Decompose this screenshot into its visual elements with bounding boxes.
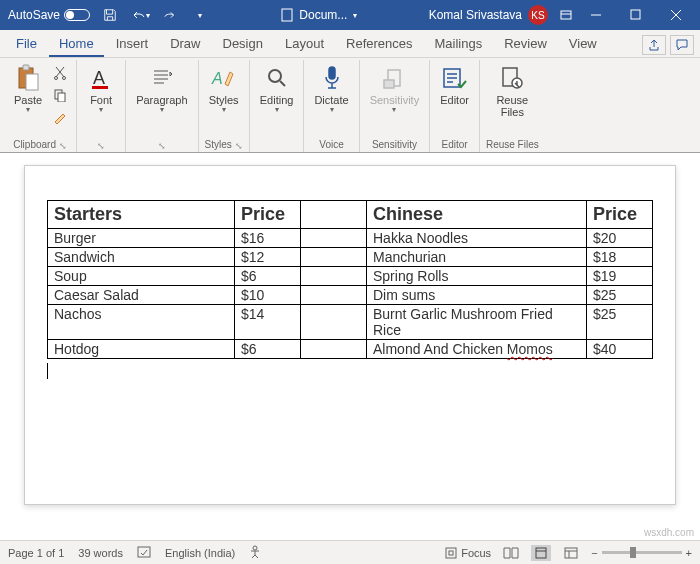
- styles-button[interactable]: A Styles▾: [205, 62, 243, 117]
- paragraph-button[interactable]: Paragraph▾: [132, 62, 191, 117]
- dialog-launcher-icon[interactable]: ⤡: [235, 141, 243, 151]
- watermark: wsxdh.com: [644, 527, 694, 538]
- document-title[interactable]: Docum... ▾: [210, 8, 429, 22]
- proofing-icon[interactable]: [137, 545, 151, 561]
- header-price-1[interactable]: Price: [235, 201, 301, 229]
- text-cursor: [47, 363, 48, 379]
- chevron-down-icon: ▾: [392, 106, 396, 115]
- editing-button[interactable]: Editing▾: [256, 62, 298, 117]
- print-layout-icon[interactable]: [531, 545, 551, 561]
- table-row: Caesar Salad$10Dim sums$25: [48, 286, 653, 305]
- table-row: Nachos$14Burnt Garlic Mushroom Fried Ric…: [48, 305, 653, 340]
- dialog-launcher-icon[interactable]: ⤡: [158, 141, 166, 151]
- dialog-launcher-icon[interactable]: ⤡: [59, 141, 67, 151]
- undo-icon[interactable]: ▾: [130, 5, 150, 25]
- share-button[interactable]: [642, 35, 666, 55]
- dictate-button[interactable]: Dictate▾: [310, 62, 352, 117]
- svg-point-6: [55, 77, 58, 80]
- comments-button[interactable]: [670, 35, 694, 55]
- reuse-files-icon: [498, 64, 526, 92]
- tab-layout[interactable]: Layout: [275, 32, 334, 57]
- chevron-down-icon: ▾: [353, 11, 357, 20]
- group-clipboard: Paste▾ Clipboard ⤡: [4, 60, 77, 152]
- tab-mailings[interactable]: Mailings: [425, 32, 493, 57]
- table-row: Burger$16Hakka Noodles$20: [48, 229, 653, 248]
- tab-references[interactable]: References: [336, 32, 422, 57]
- save-icon[interactable]: [100, 5, 120, 25]
- svg-rect-14: [329, 67, 335, 79]
- font-icon: A: [87, 64, 115, 92]
- tab-file[interactable]: File: [6, 32, 47, 57]
- group-sensitivity: Sensitivity▾ Sensitivity: [360, 60, 431, 152]
- zoom-in-icon[interactable]: +: [686, 547, 692, 559]
- page[interactable]: Starters Price Chinese Price Burger$16Ha…: [24, 165, 676, 505]
- tab-view[interactable]: View: [559, 32, 607, 57]
- group-font: A Font▾ ⤡: [77, 60, 126, 152]
- group-label: Voice: [319, 139, 343, 150]
- font-button[interactable]: A Font▾: [83, 62, 119, 117]
- accessibility-icon[interactable]: [249, 545, 261, 561]
- zoom-out-icon[interactable]: −: [591, 547, 597, 559]
- document-area[interactable]: Starters Price Chinese Price Burger$16Ha…: [0, 153, 700, 540]
- header-price-2[interactable]: Price: [587, 201, 653, 229]
- svg-rect-5: [26, 74, 38, 90]
- group-editor: Editor Editor: [430, 60, 480, 152]
- header-chinese[interactable]: Chinese: [367, 201, 587, 229]
- svg-rect-20: [138, 547, 150, 557]
- svg-point-21: [253, 546, 257, 550]
- svg-rect-16: [384, 80, 394, 88]
- cell-momos[interactable]: Almond And Chicken Momos: [367, 340, 587, 359]
- chevron-down-icon: ▾: [26, 106, 30, 115]
- tab-design[interactable]: Design: [213, 32, 273, 57]
- svg-rect-0: [282, 9, 292, 21]
- tab-draw[interactable]: Draw: [160, 32, 210, 57]
- word-count[interactable]: 39 words: [78, 547, 123, 559]
- svg-rect-2: [631, 10, 640, 19]
- dialog-launcher-icon[interactable]: ⤡: [97, 141, 105, 151]
- paste-button[interactable]: Paste▾: [10, 62, 46, 117]
- group-label: Reuse Files: [486, 139, 539, 150]
- cut-icon[interactable]: [50, 64, 70, 82]
- format-painter-icon[interactable]: [50, 108, 70, 126]
- user-account[interactable]: Komal Srivastava KS: [429, 5, 548, 25]
- header-starters[interactable]: Starters: [48, 201, 235, 229]
- styles-icon: A: [210, 64, 238, 92]
- qat-dropdown-icon[interactable]: ▾: [190, 5, 210, 25]
- svg-rect-22: [446, 548, 456, 558]
- search-icon: [263, 64, 291, 92]
- group-label: Editor: [441, 139, 467, 150]
- group-label: Styles: [205, 139, 232, 150]
- editor-button[interactable]: Editor: [436, 62, 473, 108]
- tab-home[interactable]: Home: [49, 32, 104, 57]
- quick-access-toolbar: ▾ ▾: [100, 5, 210, 25]
- read-mode-icon[interactable]: [501, 545, 521, 561]
- copy-icon[interactable]: [50, 86, 70, 104]
- focus-mode[interactable]: Focus: [445, 547, 491, 559]
- table-row: Hotdog$6Almond And Chicken Momos$40: [48, 340, 653, 359]
- group-styles: A Styles▾ Styles ⤡: [199, 60, 250, 152]
- ribbon-options-icon[interactable]: [556, 5, 576, 25]
- page-indicator[interactable]: Page 1 of 1: [8, 547, 64, 559]
- zoom-slider[interactable]: − +: [591, 547, 692, 559]
- group-label: Clipboard: [13, 139, 56, 150]
- group-reuse-files: ReuseFiles Reuse Files: [480, 60, 545, 152]
- minimize-button[interactable]: [576, 0, 616, 30]
- svg-rect-11: [92, 86, 108, 89]
- web-layout-icon[interactable]: [561, 545, 581, 561]
- sensitivity-icon: [380, 64, 408, 92]
- tab-review[interactable]: Review: [494, 32, 557, 57]
- reuse-files-button[interactable]: ReuseFiles: [492, 62, 532, 120]
- autosave-toggle[interactable]: AutoSave: [8, 8, 90, 22]
- toggle-icon: [64, 9, 90, 21]
- maximize-button[interactable]: [616, 0, 656, 30]
- close-button[interactable]: [656, 0, 696, 30]
- tab-insert[interactable]: Insert: [106, 32, 159, 57]
- spacer-cell[interactable]: [301, 201, 367, 229]
- autosave-label: AutoSave: [8, 8, 60, 22]
- language-indicator[interactable]: English (India): [165, 547, 235, 559]
- menu-table[interactable]: Starters Price Chinese Price Burger$16Ha…: [47, 200, 653, 359]
- chevron-down-icon: ▾: [160, 106, 164, 115]
- svg-rect-24: [536, 548, 546, 558]
- redo-icon[interactable]: [160, 5, 180, 25]
- svg-rect-4: [23, 65, 29, 70]
